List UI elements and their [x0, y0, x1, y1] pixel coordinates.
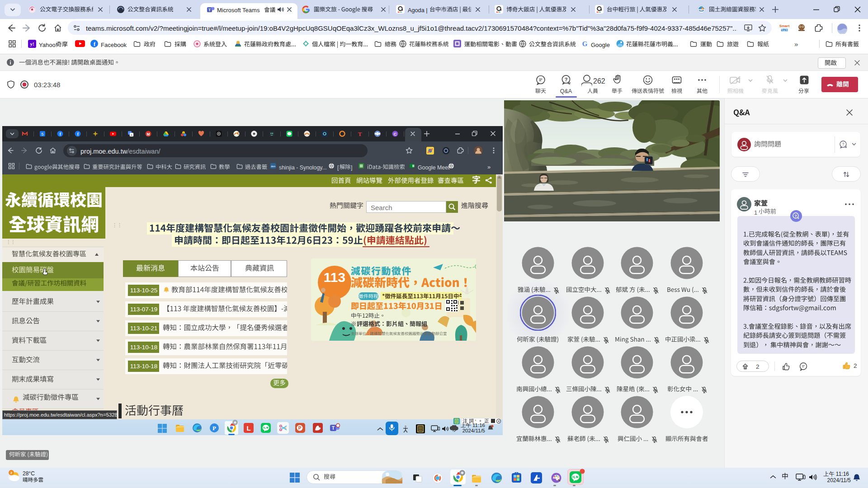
svg-text:L: L [246, 424, 250, 432]
svg-text:y!: y! [30, 41, 34, 47]
svg-text:ePKI: ePKI [781, 28, 788, 32]
svg-text:T: T [358, 131, 362, 137]
svg-text:A: A [131, 134, 132, 136]
svg-text:2: 2 [10, 471, 13, 475]
svg-text:?: ? [794, 214, 797, 218]
svg-text:G: G [582, 40, 588, 47]
svg-text:?: ? [842, 142, 844, 146]
svg-text:Smart: Smart [779, 24, 789, 28]
svg-text:5: 5 [41, 132, 43, 136]
svg-text:C: C [394, 132, 397, 136]
svg-text:M: M [146, 132, 150, 136]
svg-text:P: P [212, 425, 216, 432]
svg-text:dsm: dsm [271, 165, 276, 168]
svg-text:?: ? [565, 77, 568, 82]
svg-text:T: T [332, 426, 335, 431]
svg-text:P: P [298, 426, 302, 431]
svg-text:113: 113 [324, 270, 345, 285]
svg-text:T: T [208, 8, 211, 12]
